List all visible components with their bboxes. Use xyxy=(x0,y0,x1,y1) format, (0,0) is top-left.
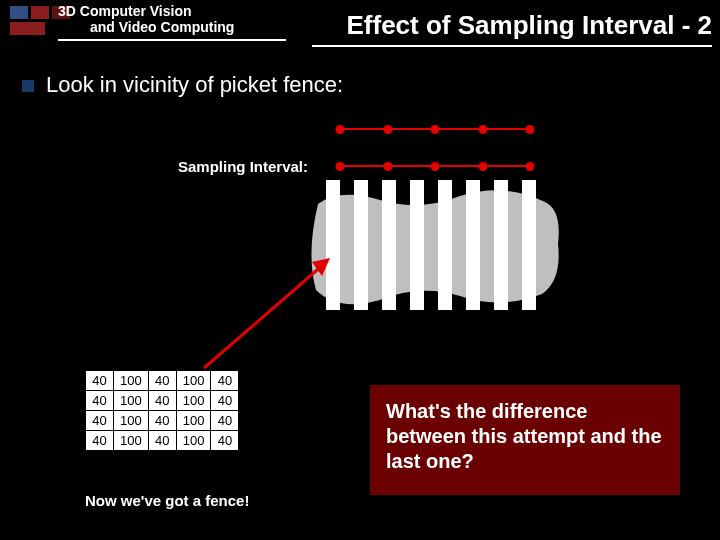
intensity-table: 40 100 40 100 40 40 100 40 100 40 40 100… xyxy=(85,370,239,451)
picket xyxy=(522,180,536,310)
picket xyxy=(494,180,508,310)
table-row: 40 100 40 100 40 xyxy=(86,411,239,431)
sample-dot xyxy=(431,162,440,171)
logo-square-red xyxy=(31,6,49,19)
table-cell: 40 xyxy=(86,431,114,451)
table-cell: 40 xyxy=(148,371,176,391)
table-cell: 100 xyxy=(176,411,211,431)
table-cell: 40 xyxy=(148,431,176,451)
table-row: 40 100 40 100 40 xyxy=(86,391,239,411)
picket xyxy=(438,180,452,310)
header-underline xyxy=(58,39,286,41)
logo-square-blue xyxy=(10,6,28,19)
picket xyxy=(410,180,424,310)
table-cell: 40 xyxy=(86,391,114,411)
table-cell: 40 xyxy=(86,411,114,431)
svg-line-0 xyxy=(204,264,324,368)
picket xyxy=(354,180,368,310)
table-row: 40 100 40 100 40 xyxy=(86,371,239,391)
bullet-icon xyxy=(22,80,34,92)
sample-dot xyxy=(431,125,440,134)
table-cell: 100 xyxy=(176,371,211,391)
header-line-2: and Video Computing xyxy=(90,19,234,35)
table-cell: 40 xyxy=(148,411,176,431)
sample-dot xyxy=(526,162,535,171)
table-row: 40 100 40 100 40 xyxy=(86,431,239,451)
sample-dot xyxy=(336,162,345,171)
table-cell: 100 xyxy=(114,431,149,451)
sample-dot xyxy=(383,162,392,171)
table-cell: 40 xyxy=(148,391,176,411)
sample-dot xyxy=(478,125,487,134)
sample-dot xyxy=(478,162,487,171)
table-cell: 100 xyxy=(114,411,149,431)
table-cell: 40 xyxy=(211,371,239,391)
table-cell: 100 xyxy=(114,391,149,411)
callout-text: What's the difference between this attem… xyxy=(386,399,664,474)
bullet-text: Look in vicinity of picket fence: xyxy=(46,72,343,98)
picket xyxy=(466,180,480,310)
arrow-icon xyxy=(184,258,340,378)
sample-dot xyxy=(336,125,345,134)
fence-illustration xyxy=(316,180,558,312)
logo-bar-red xyxy=(10,22,45,35)
sampling-interval-label: Sampling Interval: xyxy=(178,158,308,175)
table-cell: 40 xyxy=(211,431,239,451)
header-line-1: 3D Computer Vision xyxy=(58,4,192,19)
title-underline xyxy=(312,45,712,47)
table-cell: 40 xyxy=(211,411,239,431)
table-cell: 100 xyxy=(114,371,149,391)
picket xyxy=(382,180,396,310)
table-cell: 100 xyxy=(176,391,211,411)
table-cell: 40 xyxy=(86,371,114,391)
table-cell: 40 xyxy=(211,391,239,411)
callout-box: What's the difference between this attem… xyxy=(370,385,680,495)
sample-dot xyxy=(526,125,535,134)
table-caption: Now we've got a fence! xyxy=(85,492,249,509)
sample-dot xyxy=(383,125,392,134)
slide-title: Effect of Sampling Interval - 2 xyxy=(310,10,712,41)
table-cell: 100 xyxy=(176,431,211,451)
logo-row-2 xyxy=(10,22,70,35)
